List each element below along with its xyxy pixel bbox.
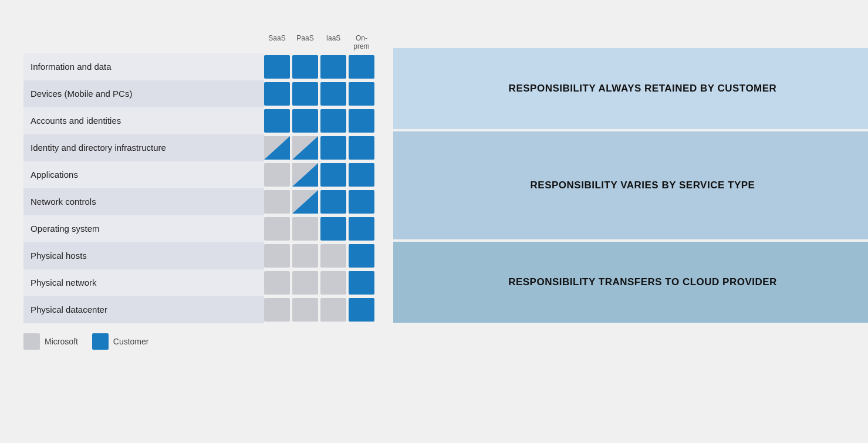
cell-split [264, 136, 290, 160]
table-row: Network controls [23, 188, 387, 215]
legend-box-blue [92, 333, 109, 350]
cell-split [292, 163, 318, 187]
col-responsibility-label [23, 49, 264, 51]
row-cells [264, 161, 374, 188]
cell-blue [349, 55, 374, 79]
cell-blue [292, 109, 318, 133]
table-row: Identity and directory infrastructure [23, 134, 387, 161]
cell-gray [264, 217, 290, 241]
row-cells [264, 107, 374, 134]
row-label: Information and data [23, 53, 264, 80]
col-headers: SaaSPaaSIaaSOn- prem [264, 34, 374, 51]
row-label: Accounts and identities [23, 107, 264, 134]
cell-blue [320, 190, 346, 214]
cell-blue [264, 82, 290, 106]
arrow-label-2: RESPONSIBILITY TRANSFERS TO CLOUD PROVID… [508, 276, 777, 288]
row-label: Identity and directory infrastructure [23, 134, 264, 161]
legend-label-gray: Microsoft [45, 337, 78, 346]
cell-gray [320, 271, 346, 295]
row-label: Physical hosts [23, 242, 264, 269]
table-row: Accounts and identities [23, 107, 387, 134]
row-label: Network controls [23, 188, 264, 215]
arrow-label-0: RESPONSIBILITY ALWAYS RETAINED BY CUSTOM… [509, 83, 777, 94]
cell-split [292, 190, 318, 214]
cell-blue [264, 109, 290, 133]
cell-blue [320, 82, 346, 106]
arrow-label-1: RESPONSIBILITY VARIES BY SERVICE TYPE [531, 180, 755, 191]
cell-gray [292, 298, 318, 322]
cell-blue [349, 82, 374, 106]
row-cells [264, 80, 374, 107]
row-cells [264, 53, 374, 80]
table-row: Applications [23, 161, 387, 188]
cell-blue [264, 55, 290, 79]
cell-gray [292, 271, 318, 295]
cell-blue [320, 55, 346, 79]
col-head: SaaS [264, 34, 290, 51]
content-area: SaaSPaaSIaaSOn- prem Information and dat… [23, 34, 845, 325]
row-cells [264, 188, 374, 215]
cell-gray [264, 163, 290, 187]
table-section: SaaSPaaSIaaSOn- prem Information and dat… [23, 34, 387, 325]
cell-gray [264, 271, 290, 295]
table-row: Operating system [23, 215, 387, 242]
cell-gray [264, 190, 290, 214]
cell-blue [292, 82, 318, 106]
legend-item-blue: Customer [92, 333, 149, 350]
arrow-band-0: RESPONSIBILITY ALWAYS RETAINED BY CUSTOM… [393, 48, 868, 129]
row-label: Operating system [23, 215, 264, 242]
table-body: Information and dataDevices (Mobile and … [23, 53, 387, 323]
cell-blue [292, 55, 318, 79]
cell-blue [349, 190, 374, 214]
col-head: On- prem [349, 34, 374, 51]
cell-blue [349, 109, 374, 133]
cell-blue [349, 298, 374, 322]
row-cells [264, 215, 374, 242]
table-row: Devices (Mobile and PCs) [23, 80, 387, 107]
arrow-band-1: RESPONSIBILITY VARIES BY SERVICE TYPE [393, 131, 868, 239]
cell-gray [264, 244, 290, 268]
cell-blue [320, 163, 346, 187]
row-cells [264, 242, 374, 269]
row-cells [264, 296, 374, 323]
cell-gray [292, 244, 318, 268]
cell-blue [320, 109, 346, 133]
cell-gray [292, 217, 318, 241]
cell-blue [349, 136, 374, 160]
table-header: SaaSPaaSIaaSOn- prem [23, 34, 387, 51]
col-head: IaaS [320, 34, 346, 51]
slide: SaaSPaaSIaaSOn- prem Information and dat… [0, 0, 868, 443]
row-label: Applications [23, 161, 264, 188]
cell-blue [349, 271, 374, 295]
cell-blue [349, 244, 374, 268]
table-row: Physical datacenter [23, 296, 387, 323]
cell-split [292, 136, 318, 160]
cell-gray [320, 298, 346, 322]
row-cells [264, 134, 374, 161]
cell-blue [320, 136, 346, 160]
cell-blue [320, 217, 346, 241]
legend-box-gray [23, 333, 40, 350]
arrow-band-2: RESPONSIBILITY TRANSFERS TO CLOUD PROVID… [393, 242, 868, 323]
legend: MicrosoftCustomer [23, 333, 845, 350]
cell-gray [320, 244, 346, 268]
arrows-section: RESPONSIBILITY ALWAYS RETAINED BY CUSTOM… [387, 34, 868, 325]
cell-blue [349, 217, 374, 241]
cell-blue [349, 163, 374, 187]
col-head: PaaS [292, 34, 318, 51]
legend-item-gray: Microsoft [23, 333, 78, 350]
row-cells [264, 269, 374, 296]
table-row: Physical network [23, 269, 387, 296]
cell-gray [264, 298, 290, 322]
row-label: Physical network [23, 269, 264, 296]
row-label: Physical datacenter [23, 296, 264, 323]
table-row: Information and data [23, 53, 387, 80]
legend-label-blue: Customer [113, 337, 149, 346]
row-label: Devices (Mobile and PCs) [23, 80, 264, 107]
table-row: Physical hosts [23, 242, 387, 269]
